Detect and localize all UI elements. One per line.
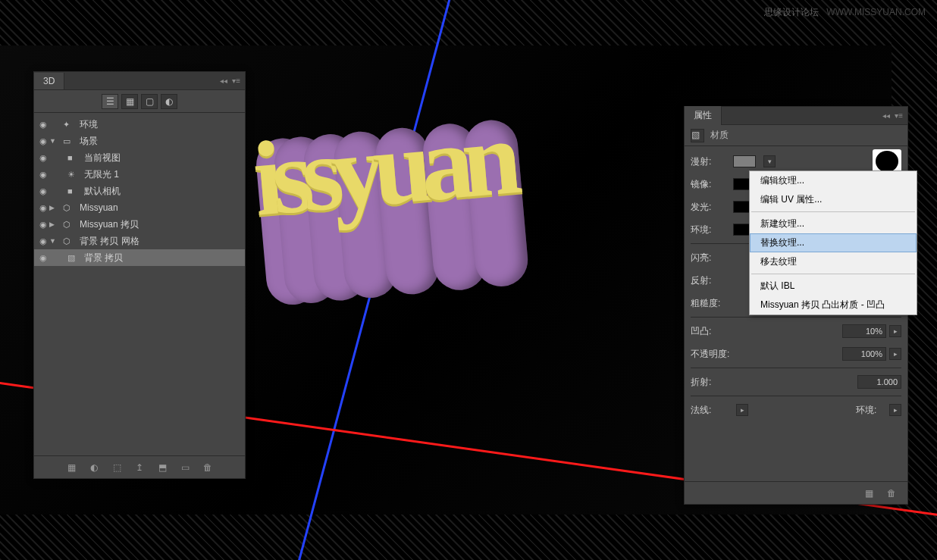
prop-bump: 凹凸: ▸ — [691, 322, 901, 340]
tree-arrow-icon[interactable]: ▼ — [49, 137, 60, 145]
tree-type-icon: ⬡ — [63, 236, 77, 246]
diffuse-swatch[interactable] — [733, 155, 756, 167]
menu-item-新建纹理...[interactable]: 新建纹理... — [750, 214, 917, 233]
diffuse-texture-icon[interactable]: ▾ — [763, 155, 776, 167]
menu-item-默认 IBL[interactable]: 默认 IBL — [750, 277, 917, 296]
tree-label: 默认相机 — [84, 185, 121, 198]
menu-separator — [751, 274, 915, 274]
tree-arrow-icon[interactable]: ▼ — [49, 237, 60, 245]
footer-icon-0[interactable]: ▦ — [64, 461, 78, 474]
tree-item-背景 拷贝[interactable]: ◉ ▧ 背景 拷贝 — [34, 249, 245, 266]
bump-input[interactable] — [842, 324, 886, 338]
tree-arrow-icon[interactable]: ▶ — [49, 204, 60, 211]
filter-material-icon[interactable]: ▢ — [141, 94, 158, 109]
menu-item-Missyuan 拷贝 凸出材质 - 凹凸[interactable]: Missyuan 拷贝 凸出材质 - 凹凸 — [750, 296, 917, 314]
scene-tree: ◉ ✦ 环境◉ ▼ ▭ 场景◉ ■ 当前视图◉ ☀ 无限光 1◉ ■ 默认相机◉… — [34, 113, 245, 269]
visibility-eye-icon[interactable]: ◉ — [37, 203, 49, 213]
tree-item-无限光 1[interactable]: ◉ ☀ 无限光 1 — [34, 166, 245, 183]
tree-type-icon: ▧ — [67, 253, 81, 263]
menu-item-编辑 UV 属性...[interactable]: 编辑 UV 属性... — [750, 190, 917, 209]
tree-label: 背景 拷贝 网格 — [80, 235, 139, 248]
visibility-eye-icon[interactable]: ◉ — [37, 220, 49, 230]
tree-type-icon: ■ — [67, 153, 81, 162]
tree-label: 场景 — [80, 135, 98, 148]
filter-all-icon[interactable]: ☰ — [102, 94, 118, 109]
opacity-input[interactable] — [842, 347, 886, 361]
filter-light-icon[interactable]: ◐ — [161, 94, 177, 109]
panel-3d-tabs: 3D ◂◂ ▾≡ — [34, 72, 245, 90]
grid-edge-bottom — [0, 515, 937, 560]
tree-label: 背景 拷贝 — [84, 252, 123, 264]
panel-props-tabs: 属性 ◂◂ ▾≡ — [685, 107, 907, 125]
visibility-eye-icon[interactable]: ◉ — [37, 120, 49, 130]
footer-icon-2[interactable]: ⬚ — [110, 461, 124, 474]
tree-type-icon: ■ — [67, 186, 81, 196]
refraction-input[interactable] — [857, 375, 901, 389]
filter-row: ☰ ▦ ▢ ◐ — [34, 90, 245, 113]
tree-item-默认相机[interactable]: ◉ ■ 默认相机 — [34, 183, 245, 199]
tree-label: 当前视图 — [84, 152, 121, 164]
prop-refraction: 折射: — [691, 373, 901, 391]
tree-label: Missyuan 拷贝 — [80, 218, 139, 231]
tree-label: Missyuan — [80, 202, 118, 213]
tab-3d[interactable]: 3D — [34, 73, 64, 89]
tree-item-背景 拷贝 网格[interactable]: ◉ ▼ ⬡ 背景 拷贝 网格 — [34, 233, 245, 249]
panel-collapse-icon[interactable]: ◂◂ — [220, 77, 227, 85]
prop-diffuse: 漫射: ▾ — [691, 152, 901, 171]
panel-menu-icon[interactable]: ▾≡ — [232, 77, 240, 85]
visibility-eye-icon[interactable]: ◉ — [37, 170, 49, 180]
tree-label: 无限光 1 — [84, 168, 119, 181]
tree-item-场景[interactable]: ◉ ▼ ▭ 场景 — [34, 133, 245, 149]
footer-icon-4[interactable]: ⬒ — [155, 461, 169, 474]
visibility-eye-icon[interactable]: ◉ — [37, 186, 49, 196]
prop-normal: 法线: ▸ 环境: ▸ — [691, 401, 901, 419]
footer-icon-3[interactable]: ↥ — [133, 461, 146, 474]
tree-type-icon: ⬡ — [63, 220, 77, 230]
texture-context-menu: 编辑纹理...编辑 UV 属性...新建纹理...替换纹理...移去纹理默认 I… — [749, 171, 917, 315]
props-footer-trash-icon[interactable]: 🗑 — [885, 486, 898, 500]
normal-folder-icon[interactable]: ▸ — [736, 404, 748, 416]
tree-type-icon: ⬡ — [63, 203, 77, 213]
menu-separator — [751, 211, 915, 212]
watermark: 思缘设计论坛 WWW.MISSYUAN.COM — [764, 6, 926, 19]
footer-icon-1[interactable]: ◐ — [87, 461, 101, 474]
panel-3d: 3D ◂◂ ▾≡ ☰ ▦ ▢ ◐ ◉ ✦ 环境◉ ▼ ▭ 场景◉ ■ 当前视图◉… — [33, 71, 246, 479]
tree-item-Missyuan[interactable]: ◉ ▶ ⬡ Missyuan — [34, 199, 245, 216]
tree-item-Missyuan 拷贝[interactable]: ◉ ▶ ⬡ Missyuan 拷贝 — [34, 216, 245, 233]
opacity-folder-icon[interactable]: ▸ — [889, 348, 901, 360]
tab-properties[interactable]: 属性 — [685, 106, 722, 125]
panel-props-footer: ▦ 🗑 — [685, 481, 907, 504]
visibility-eye-icon[interactable]: ◉ — [37, 153, 49, 163]
menu-item-移去纹理[interactable]: 移去纹理 — [750, 252, 917, 271]
tree-label: 环境 — [80, 118, 98, 131]
footer-icon-5[interactable]: ▭ — [178, 461, 192, 474]
tree-type-icon: ▭ — [63, 136, 77, 146]
props-type-header: ▧ 材质 — [685, 125, 907, 146]
visibility-eye-icon[interactable]: ◉ — [37, 136, 49, 146]
props-footer-icon[interactable]: ▦ — [862, 486, 876, 500]
tree-item-环境[interactable]: ◉ ✦ 环境 — [34, 116, 245, 133]
menu-item-替换纹理...[interactable]: 替换纹理... — [750, 233, 917, 252]
menu-item-编辑纹理...[interactable]: 编辑纹理... — [750, 171, 917, 190]
tree-type-icon: ✦ — [63, 120, 77, 130]
visibility-eye-icon[interactable]: ◉ — [37, 236, 49, 246]
bump-folder-icon[interactable]: ▸ — [889, 325, 901, 337]
tree-arrow-icon[interactable]: ▶ — [49, 221, 60, 228]
prop-opacity: 不透明度: ▸ — [691, 345, 901, 363]
tree-item-当前视图[interactable]: ◉ ■ 当前视图 — [34, 149, 245, 166]
panel-3d-footer: ▦ ◐ ⬚ ↥ ⬒ ▭ 🗑 — [34, 455, 245, 478]
panel-menu-icon[interactable]: ▾≡ — [895, 111, 903, 120]
env-folder-icon[interactable]: ▸ — [889, 404, 901, 416]
footer-trash-icon[interactable]: 🗑 — [201, 461, 215, 474]
filter-mesh-icon[interactable]: ▦ — [121, 94, 138, 109]
panel-collapse-icon[interactable]: ◂◂ — [882, 111, 890, 120]
material-icon: ▧ — [691, 129, 704, 142]
props-header-label: 材质 — [710, 129, 729, 142]
visibility-eye-icon[interactable]: ◉ — [37, 253, 49, 263]
tree-type-icon: ☀ — [67, 170, 81, 180]
